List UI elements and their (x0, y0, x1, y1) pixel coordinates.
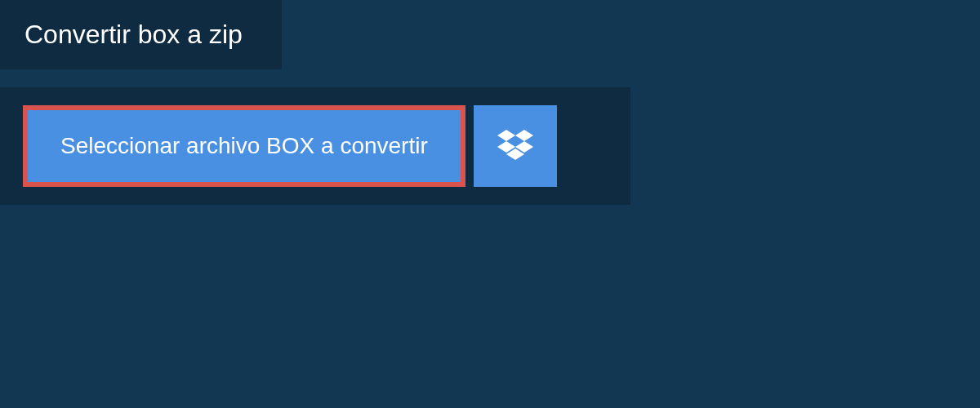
page-title-tab: Convertir box a zip (0, 0, 282, 69)
page-title: Convertir box a zip (24, 20, 243, 49)
upload-panel: Seleccionar archivo BOX a convertir (0, 87, 630, 205)
dropbox-button[interactable] (474, 105, 557, 187)
dropbox-icon (497, 130, 533, 162)
button-row: Seleccionar archivo BOX a convertir (23, 105, 608, 187)
select-file-button[interactable]: Seleccionar archivo BOX a convertir (23, 105, 466, 187)
select-file-label: Seleccionar archivo BOX a convertir (60, 133, 428, 158)
